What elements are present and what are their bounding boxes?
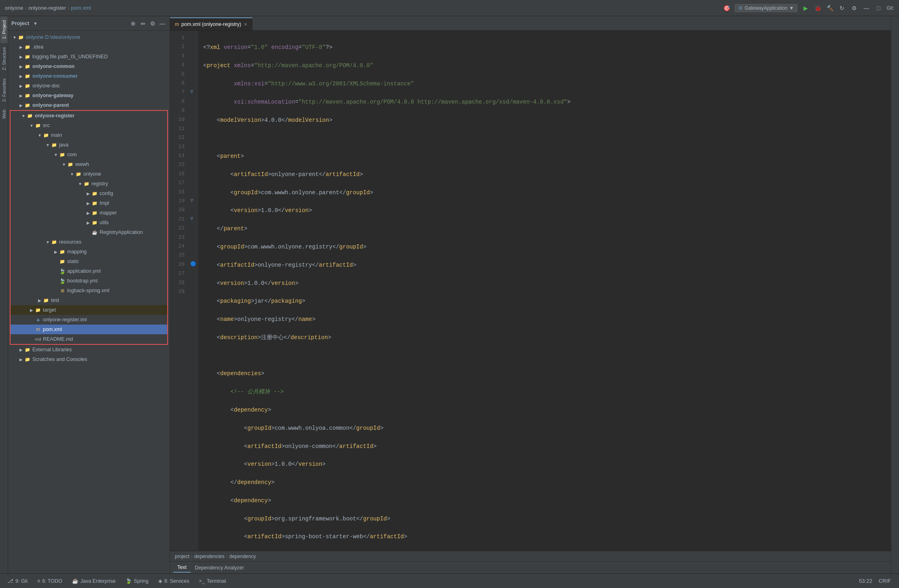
breadcrumb-sep-2: › (68, 5, 69, 11)
minimize-icon[interactable]: — (862, 4, 870, 12)
sidebar-item-structure[interactable]: Z: Structure (0, 43, 8, 74)
services-tab-label: 8: Services (164, 578, 189, 584)
list-item[interactable]: ▶ 📁 test (11, 295, 167, 305)
locate-icon[interactable]: ⊕ (129, 19, 137, 28)
right-side-tabs (891, 16, 899, 573)
list-item[interactable]: ▼ 📁 onlyone-register (11, 111, 167, 121)
gutter-fold-21[interactable]: ▽ (190, 215, 193, 223)
list-item[interactable]: ▼ 📁 onlyone (11, 169, 167, 179)
list-item[interactable]: ▼ 📁 java (11, 140, 167, 150)
run-config-selector[interactable]: ⚙ GatewayApplication ▼ (735, 4, 797, 12)
run-config-chevron: ▼ (789, 5, 794, 11)
list-item[interactable]: ▼ 📁 registry (11, 179, 167, 189)
list-item[interactable]: ▶ 📁 utils (11, 218, 167, 227)
bottom-tab-terminal[interactable]: >_ Terminal (195, 575, 230, 587)
list-item[interactable]: md README.md (11, 334, 167, 344)
debug-icon[interactable]: 🐞 (814, 4, 822, 12)
gutter-fold-7[interactable]: ▽ (190, 88, 193, 96)
panel-dropdown[interactable]: ▼ (33, 21, 38, 26)
md-icon: md (35, 336, 41, 342)
run-config-icon: ⚙ (738, 5, 743, 11)
maximize-icon[interactable]: □ (874, 4, 882, 12)
code-line-11: </parent> (203, 224, 886, 233)
list-item[interactable]: ▶ 📁 onlyone-parent (8, 100, 170, 110)
code-editor: 1 2 3 4 5 6 7 8 9 10 11 12 13 14 15 16 1… (170, 31, 891, 551)
folder-icon: 📁 (59, 248, 66, 255)
tab-text[interactable]: Text (173, 563, 191, 573)
folder-icon: 📁 (24, 356, 31, 363)
tree-root[interactable]: ▼ 📁 onlyone D:\idea\onlyone (8, 32, 170, 42)
code-line-9: <groupId>com.wwwh.onlyone.parent</groupI… (203, 188, 886, 197)
todo-icon: ≡ (37, 578, 40, 584)
breadcrumb: onlyone › onlyone-register › pom.xml (5, 5, 91, 11)
list-item[interactable]: ▶ 📁 mapping (11, 247, 167, 257)
list-item[interactable]: ▼ 📁 wwwh (11, 159, 167, 169)
list-item[interactable]: ▶ 📁 Impl (11, 198, 167, 208)
bottom-tab-spring[interactable]: 🍃 Spring (121, 575, 153, 587)
code-content[interactable]: <?xml version="1.0" encoding="UTF-8"?> <… (198, 31, 891, 551)
item-label: onlyone-parent (32, 102, 168, 108)
tab-pom-xml[interactable]: m pom.xml (onlyone-registry) ✕ (170, 17, 253, 30)
list-item[interactable]: 🍃 application.yml (11, 266, 167, 276)
bottom-tab-git[interactable]: ⎇ 9: Git (3, 575, 32, 587)
editor-bottom-tabs: Text Dependency Analyzer (170, 561, 891, 573)
list-item[interactable]: 🍃 bootstrap.yml (11, 276, 167, 286)
collapse-icon[interactable]: ⇔ (139, 19, 147, 28)
bottom-tab-services[interactable]: ◈ 8: Services (154, 575, 193, 587)
services-icon: ◈ (158, 578, 162, 584)
list-item[interactable]: ▶ 📁 logging.file.path_IS_UNDEFINED (8, 52, 170, 62)
item-label: Impl (100, 200, 166, 206)
item-label: wwwh (75, 161, 166, 167)
gutter-icon-26[interactable]: 🔵 (190, 261, 196, 268)
build-icon[interactable]: 🔨 (826, 4, 834, 12)
item-label: utils (100, 220, 166, 225)
iml-icon: ◈ (35, 316, 41, 323)
list-item[interactable]: ◈ onlyone-register.iml (11, 315, 167, 325)
folder-icon: 📁 (91, 219, 98, 226)
list-item[interactable]: ▶ 📁 onlyone-common (8, 62, 170, 71)
sidebar-item-web[interactable]: Web (0, 106, 8, 123)
list-item[interactable]: m pom.xml (11, 325, 167, 334)
list-item[interactable]: ☕ RegistryApplication (11, 227, 167, 237)
list-item[interactable]: ▼ 📁 resources (11, 237, 167, 247)
folder-icon: 📁 (91, 190, 98, 197)
list-item[interactable]: ▼ 📁 com (11, 150, 167, 159)
bottom-tab-java-enterprise[interactable]: ☕ Java Enterprise (68, 575, 120, 587)
line-num: 5 (170, 70, 187, 79)
list-item[interactable]: ⊞ logback-spring.xml (11, 286, 167, 295)
tab-close-btn[interactable]: ✕ (244, 22, 247, 27)
arrow: ▶ (18, 346, 24, 353)
breadcrumb-part-1: onlyone (5, 5, 23, 11)
list-item[interactable]: ▶ 📁 config (11, 189, 167, 198)
arrow: ▼ (77, 180, 83, 187)
list-item[interactable]: ▶ 📁 External Libraries (8, 345, 170, 354)
sidebar-item-favorites[interactable]: 2: Favorites (0, 74, 8, 106)
list-item[interactable]: ▶ 📁 onlyone-gateway (8, 91, 170, 100)
list-item[interactable]: ▼ 📁 src (11, 121, 167, 130)
settings-panel-icon[interactable]: ⚙ (149, 19, 157, 28)
hide-icon[interactable]: — (158, 19, 166, 28)
arrow: ▶ (18, 73, 24, 79)
gutter-fold-19[interactable]: ▽ (190, 197, 193, 205)
item-label: logging.file.path_IS_UNDEFINED (32, 54, 168, 59)
line-num: 16 (170, 170, 187, 179)
list-item[interactable]: ▶ 📁 Scratches and Consoles (8, 354, 170, 364)
line-num: 1 (170, 34, 187, 43)
sidebar-item-project[interactable]: 1: Project (0, 16, 8, 43)
list-item[interactable]: ▶ 📁 onlyone-consumer (8, 71, 170, 81)
tab-dependency-analyzer[interactable]: Dependency Analyzer (191, 563, 248, 572)
bottom-tab-todo[interactable]: ≡ 6: TODO (33, 575, 66, 587)
list-item[interactable]: ▼ 📁 main (11, 130, 167, 140)
list-item[interactable]: ▶ 📁 onlyone-doc (8, 81, 170, 91)
list-item[interactable]: ▶ 📁 mapper (11, 208, 167, 218)
run-icon[interactable]: ▶ (801, 4, 810, 12)
tab-icon: m (175, 21, 179, 27)
list-item[interactable]: ▶ 📁 .idea (8, 42, 170, 52)
arrow (28, 336, 35, 342)
list-item[interactable]: 📁 static (11, 257, 167, 266)
target-icon[interactable]: 🎯 (723, 4, 731, 12)
settings-icon[interactable]: ⚙ (850, 4, 858, 12)
list-item[interactable]: ▶ 📁 target (11, 305, 167, 315)
code-line-10: <version>1.0.0</version> (203, 206, 886, 215)
sync-icon[interactable]: ↻ (838, 4, 846, 12)
